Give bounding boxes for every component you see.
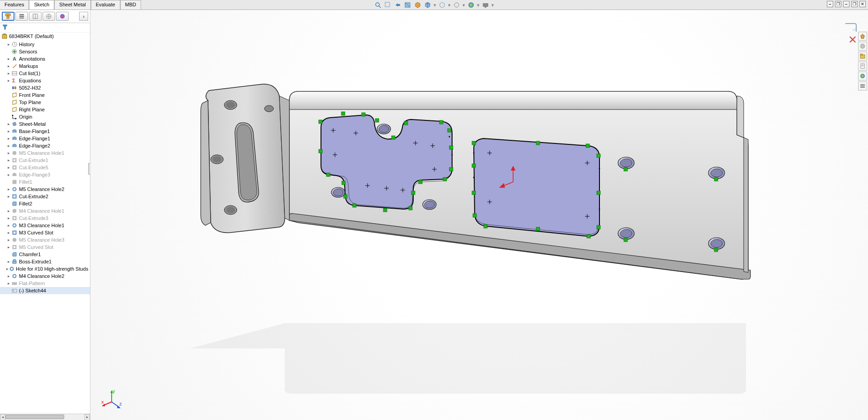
feature-tree-item[interactable]: (-) Sketch44 — [0, 287, 90, 294]
minimize-app-icon[interactable]: ‒ — [843, 1, 849, 7]
expand-icon[interactable]: ▸ — [6, 165, 11, 170]
reference-triad[interactable]: y x z — [100, 388, 123, 411]
expand-icon[interactable]: ▸ — [6, 42, 11, 47]
feature-tree-item[interactable]: ▸M4 Clearance Hole1 — [0, 207, 90, 215]
scroll-left-arrow[interactable]: ◂ — [0, 414, 5, 420]
expand-icon[interactable]: ▸ — [6, 259, 11, 264]
feature-tree-item[interactable]: Front Plane — [0, 91, 90, 99]
close-app-icon[interactable]: ✕ — [859, 1, 866, 7]
filter-icon[interactable] — [2, 24, 8, 31]
view-palette-icon[interactable] — [858, 72, 867, 81]
expand-icon[interactable]: ▸ — [6, 238, 11, 242]
minimize-doc-icon[interactable]: ‒ — [827, 1, 833, 7]
expand-icon[interactable]: ▸ — [6, 187, 11, 191]
expand-icon[interactable]: ▸ — [6, 129, 11, 134]
expand-icon[interactable]: ▸ — [6, 194, 11, 199]
expand-icon[interactable]: ▸ — [6, 136, 11, 141]
expand-icon[interactable]: ▸ — [6, 57, 11, 61]
expand-icon[interactable]: ▸ — [6, 281, 11, 286]
feature-manager-tab[interactable] — [2, 12, 14, 21]
feature-tree-item[interactable]: ▸M5 Clearance Hole1 — [0, 149, 90, 157]
display-manager-tab[interactable] — [56, 12, 69, 21]
expand-icon[interactable]: ▸ — [6, 216, 11, 220]
feature-tree[interactable]: ▸HistorySensors▸AAnnotations▸Markups▸Cut… — [0, 40, 90, 414]
feature-tree-item[interactable]: Sensors — [0, 48, 90, 55]
feature-tree-item[interactable]: ▸Edge-Flange3 — [0, 171, 90, 178]
feature-tree-item[interactable]: ▸Edge-Flange2 — [0, 142, 90, 149]
feature-tree-item[interactable]: Origin — [0, 113, 90, 120]
zoom-area-icon[interactable] — [384, 1, 392, 9]
feature-tree-item[interactable]: ▸Edge-Flange1 — [0, 135, 90, 142]
tab-features[interactable]: Features — [0, 0, 29, 10]
expand-icon[interactable]: ▸ — [6, 209, 11, 213]
expand-icon[interactable]: ▸ — [6, 245, 11, 249]
hide-show-icon[interactable] — [438, 1, 446, 9]
appearances-icon[interactable] — [858, 81, 867, 91]
feature-tree-item[interactable]: 5052-H32 — [0, 84, 90, 91]
prev-view-icon[interactable] — [394, 1, 402, 9]
feature-tree-item[interactable]: ▸Markups — [0, 62, 90, 70]
dim-expert-tab[interactable] — [42, 12, 55, 21]
tab-mbd[interactable]: MBD — [120, 0, 141, 10]
feature-tree-item[interactable]: ▸Boss-Extrude1 — [0, 258, 90, 265]
home-icon[interactable] — [858, 32, 867, 41]
feature-tree-item[interactable]: ▸Cut-Extrude5 — [0, 164, 90, 171]
feature-tree-item[interactable]: Fillet2 — [0, 200, 90, 207]
feature-tree-item[interactable]: ▸Cut-Extrude2 — [0, 193, 90, 200]
feature-tree-item[interactable]: ▸M3 Clearance Hole1 — [0, 222, 90, 229]
feature-tree-item[interactable]: Fillet1 — [0, 178, 90, 186]
feature-tree-item[interactable]: ▸Hole for #10 High-strength Studs (H — [0, 265, 90, 272]
view-settings-icon[interactable] — [481, 1, 490, 9]
feature-tree-item[interactable]: ▸Sheet-Metal — [0, 120, 90, 128]
section-view-icon[interactable] — [404, 1, 412, 9]
feature-tree-item[interactable]: ▸Cut list(1) — [0, 70, 90, 77]
feature-tree-item[interactable]: ▸History — [0, 41, 90, 48]
restore-doc-icon[interactable]: ❐ — [835, 1, 841, 7]
expand-icon[interactable]: ▸ — [6, 78, 11, 83]
tab-evaluate[interactable]: Evaluate — [91, 0, 120, 10]
edit-appearance-icon[interactable] — [453, 1, 461, 9]
model-root[interactable]: 6834BRKT (Default) — [0, 33, 90, 40]
expand-icon[interactable]: ▸ — [6, 143, 11, 148]
expand-icon[interactable]: ▸ — [6, 223, 11, 228]
config-manager-tab[interactable] — [29, 12, 42, 21]
feature-tree-item[interactable]: ▸Cut-Extrude3 — [0, 215, 90, 222]
scroll-thumb[interactable] — [5, 415, 64, 419]
feature-tree-item[interactable]: ▸ΣEquations — [0, 77, 90, 84]
expand-icon[interactable]: ▸ — [6, 274, 11, 278]
expand-icon[interactable]: ▸ — [6, 151, 11, 155]
tab-sheet-metal[interactable]: Sheet Metal — [54, 0, 91, 10]
resources-icon[interactable] — [858, 42, 867, 51]
property-manager-tab[interactable] — [15, 12, 28, 21]
feature-tree-item[interactable]: ▸M5 Clearance Hole3 — [0, 236, 90, 243]
restore-app-icon[interactable]: ❐ — [851, 1, 858, 7]
expand-icon[interactable]: ▸ — [6, 172, 11, 177]
graphics-viewport[interactable]: ✕ — [90, 10, 868, 420]
panel-expand-arrow[interactable]: › — [79, 12, 88, 21]
feature-tree-item[interactable]: ▸M3 Curved Slot — [0, 229, 90, 236]
feature-tree-item[interactable]: ▸M5 Clearance Hole2 — [0, 186, 90, 193]
feature-tree-item[interactable]: ▸Cut-Extrude1 — [0, 157, 90, 164]
tab-sketch[interactable]: Sketch — [29, 0, 54, 10]
feature-tree-item[interactable]: Right Plane — [0, 106, 90, 113]
view-orientation-icon[interactable] — [414, 1, 422, 9]
feature-tree-item[interactable]: ▸M5 Curved Slot — [0, 243, 90, 251]
apply-scene-icon[interactable] — [467, 1, 475, 9]
expand-icon[interactable]: ▸ — [6, 64, 11, 68]
feature-tree-item[interactable]: ▸AAnnotations — [0, 55, 90, 62]
expand-icon[interactable]: ▸ — [6, 158, 11, 162]
file-explorer-icon[interactable] — [858, 62, 867, 71]
design-library-icon[interactable] — [858, 52, 867, 61]
feature-tree-item[interactable]: ▸Base-Flange1 — [0, 128, 90, 135]
tree-horizontal-scrollbar[interactable]: ◂ ▸ — [0, 414, 90, 420]
scroll-right-arrow[interactable]: ▸ — [85, 414, 90, 420]
expand-icon[interactable]: ▸ — [6, 230, 11, 235]
expand-icon[interactable]: ▸ — [6, 71, 11, 76]
feature-tree-item[interactable]: ▸M4 Clearance Hole2 — [0, 272, 90, 280]
feature-tree-item[interactable]: ▸Flat-Pattern — [0, 280, 90, 287]
expand-icon[interactable]: ▸ — [6, 122, 11, 126]
feature-tree-item[interactable]: Top Plane — [0, 99, 90, 106]
feature-tree-item[interactable]: Chamfer1 — [0, 251, 90, 258]
display-style-icon[interactable] — [424, 1, 432, 9]
zoom-fit-icon[interactable] — [374, 1, 382, 9]
